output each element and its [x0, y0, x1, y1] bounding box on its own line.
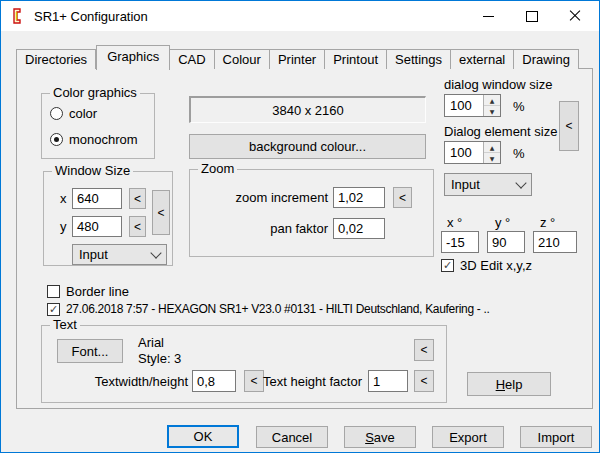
radio-color-icon[interactable] — [50, 107, 63, 120]
textwidth-field[interactable]: 0,8 — [192, 370, 236, 392]
dialog-window-size-spinner[interactable]: 100 ▲ ▼ — [444, 94, 501, 117]
right-back-button[interactable]: < — [559, 101, 579, 151]
import-button[interactable]: Import — [520, 426, 592, 448]
spin-up-icon[interactable]: ▲ — [484, 142, 500, 153]
maximize-icon — [526, 11, 538, 22]
dialog-element-size-label: Dialog element size — [444, 124, 557, 139]
textwidth-label: Textwidth/height — [82, 370, 188, 392]
window-size-y-back-button[interactable]: < — [129, 216, 146, 237]
zoom-group: Zoom zoom increment 1,02 < pan faktor 0,… — [189, 169, 434, 257]
window-size-y-field[interactable]: 480 — [72, 216, 122, 237]
font-button[interactable]: Font... — [57, 339, 123, 363]
percent-sign: % — [513, 146, 525, 161]
close-button[interactable] — [553, 1, 596, 31]
z-angle-field[interactable]: 210 — [533, 231, 577, 253]
edit3d-label: 3D Edit x,y,z — [460, 258, 532, 273]
radio-monochrom-icon[interactable] — [50, 133, 63, 146]
window-size-x-back-button[interactable]: < — [129, 188, 146, 209]
background-colour-button[interactable]: background colour... — [189, 134, 426, 159]
tab-colour[interactable]: Colour — [215, 49, 270, 69]
y-angle-field[interactable]: 90 — [487, 231, 525, 253]
tab-graphics[interactable]: Graphics — [96, 45, 170, 70]
tab-bar: Directories Graphics CAD Colour Printer … — [16, 44, 579, 69]
license-checkbox[interactable]: ✓ — [47, 303, 60, 316]
close-icon — [569, 10, 581, 22]
window-controls — [467, 1, 596, 31]
border-line-checkbox[interactable]: ✓ — [47, 285, 60, 298]
pan-faktor-label: pan faktor — [198, 218, 328, 239]
window-size-back-button[interactable]: < — [152, 190, 170, 235]
minimize-button[interactable] — [467, 1, 510, 31]
pan-faktor-field[interactable]: 0,02 — [333, 218, 385, 239]
text-back-button[interactable]: < — [414, 339, 434, 361]
tab-cad[interactable]: CAD — [170, 49, 214, 69]
zoom-increment-back-button[interactable]: < — [393, 187, 412, 208]
window-size-y-label: y — [60, 219, 67, 234]
dialog-element-size-spinner[interactable]: 100 ▲ ▼ — [444, 141, 501, 164]
text-legend: Text — [50, 318, 80, 332]
x-angle-label: x ° — [447, 215, 462, 230]
window-size-legend: Window Size — [52, 164, 133, 178]
color-graphics-legend: Color graphics — [50, 86, 140, 100]
text-height-factor-label: Text height factor — [252, 370, 362, 392]
resolution-value: 3840 x 2160 — [272, 103, 344, 118]
color-graphics-group: Color graphics color monochrom — [41, 93, 155, 159]
border-line-checkbox-row[interactable]: ✓ Border line — [47, 284, 129, 299]
text-height-factor-back-button[interactable]: < — [414, 370, 434, 392]
zoom-increment-label: zoom increment — [198, 187, 328, 208]
dialog-window: SR1+ Configuration Directories Graphics … — [0, 0, 600, 453]
window-size-group: Window Size x 640 < y 480 < < Input — [43, 171, 173, 266]
border-line-label: Border line — [66, 284, 129, 299]
help-button[interactable]: Help — [467, 372, 551, 396]
tab-printer[interactable]: Printer — [270, 49, 325, 69]
title-bar: SR1+ Configuration — [1, 1, 599, 31]
radio-monochrom[interactable]: monochrom — [50, 132, 138, 147]
z-angle-label: z ° — [540, 215, 555, 230]
x-angle-field[interactable]: -15 — [441, 231, 479, 253]
tab-settings[interactable]: Settings — [387, 49, 451, 69]
save-button[interactable]: Save — [344, 426, 416, 448]
cancel-button[interactable]: Cancel — [256, 426, 328, 448]
edit3d-checkbox-row[interactable]: ✓ 3D Edit x,y,z — [441, 258, 532, 273]
zoom-legend: Zoom — [198, 162, 237, 176]
spin-up-icon[interactable]: ▲ — [484, 95, 500, 106]
edit3d-checkbox[interactable]: ✓ — [441, 259, 454, 272]
y-angle-label: y ° — [495, 215, 510, 230]
radio-monochrom-label: monochrom — [69, 132, 138, 147]
resolution-display: 3840 x 2160 — [189, 96, 426, 123]
window-size-x-field[interactable]: 640 — [72, 188, 122, 209]
ok-button[interactable]: OK — [167, 425, 239, 448]
tab-drawing[interactable]: Drawing — [514, 49, 579, 69]
window-size-x-label: x — [60, 191, 67, 206]
radio-color[interactable]: color — [50, 106, 97, 121]
window-size-mode-dropdown[interactable]: Input — [72, 244, 167, 265]
tab-printout[interactable]: Printout — [325, 49, 387, 69]
font-name: Arial — [138, 335, 164, 350]
license-checkbox-row[interactable]: ✓ 27.06.2018 7:57 - HEXAGON SR1+ V23.0 #… — [47, 302, 490, 316]
font-style: Style: 3 — [138, 351, 181, 366]
license-label: 27.06.2018 7:57 - HEXAGON SR1+ V23.0 #01… — [66, 302, 490, 316]
zoom-increment-field[interactable]: 1,02 — [333, 187, 385, 208]
export-button[interactable]: Export — [432, 426, 504, 448]
spin-down-icon[interactable]: ▼ — [484, 153, 500, 163]
text-height-factor-field[interactable]: 1 — [368, 370, 408, 392]
chevron-down-icon — [515, 177, 526, 188]
spin-down-icon[interactable]: ▼ — [484, 106, 500, 116]
window-title: SR1+ Configuration — [34, 9, 148, 24]
dialog-window-size-label: dialog window size — [444, 77, 552, 92]
text-group: Text Font... Arial Style: 3 < Textwidth/… — [41, 325, 447, 403]
percent-sign: % — [513, 99, 525, 114]
minimize-icon — [483, 16, 494, 17]
tab-external[interactable]: external — [451, 49, 514, 69]
radio-color-label: color — [69, 106, 97, 121]
app-icon — [10, 8, 26, 24]
maximize-button[interactable] — [510, 1, 553, 31]
right-mode-dropdown[interactable]: Input — [444, 173, 532, 196]
tab-directories[interactable]: Directories — [16, 49, 96, 69]
chevron-down-icon — [150, 247, 161, 258]
